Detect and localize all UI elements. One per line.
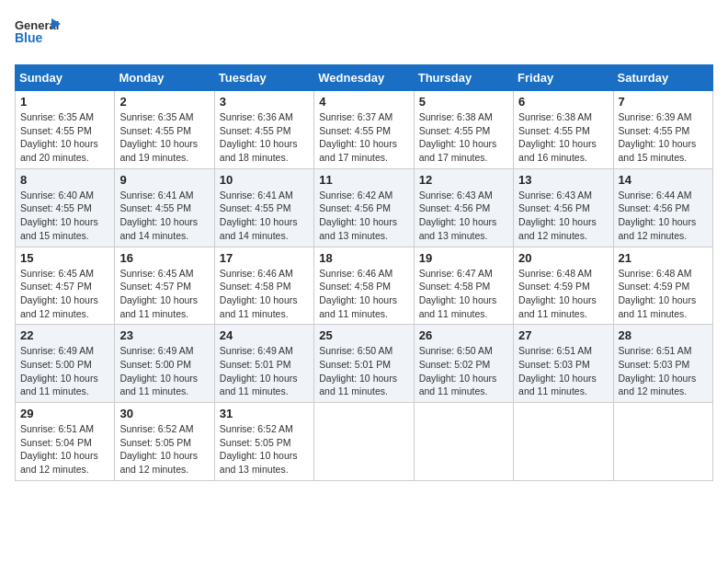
day-number: 15 [20,251,109,265]
day-number: 30 [119,407,209,420]
day-info: Sunrise: 6:52 AMSunset: 5:05 PMDaylight:… [119,422,209,477]
calendar-day-header: Monday [115,65,214,91]
calendar-week-row: 29Sunrise: 6:51 AMSunset: 5:04 PMDayligh… [16,403,713,481]
day-info: Sunrise: 6:42 AMSunset: 4:56 PMDaylight:… [319,189,408,243]
day-info: Sunrise: 6:50 AMSunset: 5:02 PMDaylight:… [419,344,508,398]
day-info: Sunrise: 6:36 AMSunset: 4:55 PMDaylight:… [220,110,309,165]
calendar-day-cell: 22Sunrise: 6:49 AMSunset: 5:00 PMDayligh… [16,325,115,403]
calendar-day-header: Saturday [613,65,712,91]
day-number: 31 [220,407,309,420]
day-number: 22 [20,328,109,342]
day-number: 17 [220,251,309,265]
day-number: 13 [518,173,608,187]
calendar-day-cell: 12Sunrise: 6:43 AMSunset: 4:56 PMDayligh… [414,168,513,247]
day-number: 5 [419,95,508,109]
calendar-day-cell: 7Sunrise: 6:39 AMSunset: 4:55 PMDaylight… [613,91,712,169]
calendar-day-cell: 11Sunrise: 6:42 AMSunset: 4:56 PMDayligh… [314,168,414,247]
day-number: 3 [220,95,309,109]
day-info: Sunrise: 6:50 AMSunset: 5:01 PMDaylight:… [319,344,408,398]
calendar-day-cell [414,403,513,481]
calendar-day-cell: 3Sunrise: 6:36 AMSunset: 4:55 PMDaylight… [214,91,313,169]
day-number: 12 [419,173,508,187]
day-info: Sunrise: 6:47 AMSunset: 4:58 PMDaylight:… [419,267,508,321]
day-info: Sunrise: 6:39 AMSunset: 4:55 PMDaylight:… [619,110,708,165]
day-number: 11 [319,173,408,187]
day-number: 4 [319,95,408,109]
day-info: Sunrise: 6:51 AMSunset: 5:03 PMDaylight:… [518,344,608,398]
calendar-day-cell: 2Sunrise: 6:35 AMSunset: 4:55 PMDaylight… [115,91,214,169]
calendar-day-cell: 21Sunrise: 6:48 AMSunset: 4:59 PMDayligh… [613,247,712,325]
day-number: 27 [518,328,608,342]
day-number: 21 [619,251,708,265]
calendar-day-cell: 29Sunrise: 6:51 AMSunset: 5:04 PMDayligh… [16,403,115,481]
day-number: 10 [220,173,309,187]
day-info: Sunrise: 6:43 AMSunset: 4:56 PMDaylight:… [419,189,508,243]
calendar-day-cell [514,403,613,481]
day-number: 2 [119,95,209,109]
day-info: Sunrise: 6:49 AMSunset: 5:00 PMDaylight:… [119,344,209,398]
day-info: Sunrise: 6:46 AMSunset: 4:58 PMDaylight:… [220,267,309,321]
day-number: 23 [119,328,209,342]
day-number: 29 [20,407,109,420]
calendar-day-header: Wednesday [314,65,414,91]
day-number: 14 [619,173,708,187]
calendar-day-header: Thursday [414,65,513,91]
day-info: Sunrise: 6:49 AMSunset: 5:01 PMDaylight:… [220,344,309,398]
day-info: Sunrise: 6:48 AMSunset: 4:59 PMDaylight:… [619,267,708,321]
calendar-day-cell: 30Sunrise: 6:52 AMSunset: 5:05 PMDayligh… [115,403,214,481]
calendar-day-header: Sunday [16,65,115,91]
page-header: General Blue [15,15,713,53]
day-info: Sunrise: 6:46 AMSunset: 4:58 PMDaylight:… [319,267,408,321]
day-info: Sunrise: 6:38 AMSunset: 4:55 PMDaylight:… [419,110,508,165]
calendar-day-header: Friday [514,65,613,91]
day-info: Sunrise: 6:40 AMSunset: 4:55 PMDaylight:… [20,189,109,243]
day-number: 8 [20,173,109,187]
day-number: 24 [220,328,309,342]
day-info: Sunrise: 6:45 AMSunset: 4:57 PMDaylight:… [119,267,209,321]
calendar-day-cell: 9Sunrise: 6:41 AMSunset: 4:55 PMDaylight… [115,168,214,247]
day-info: Sunrise: 6:38 AMSunset: 4:55 PMDaylight:… [518,110,608,165]
calendar-day-cell: 17Sunrise: 6:46 AMSunset: 4:58 PMDayligh… [214,247,313,325]
calendar-day-cell: 27Sunrise: 6:51 AMSunset: 5:03 PMDayligh… [514,325,613,403]
day-info: Sunrise: 6:49 AMSunset: 5:00 PMDaylight:… [20,344,109,398]
day-number: 19 [419,251,508,265]
calendar-table: SundayMondayTuesdayWednesdayThursdayFrid… [15,64,713,481]
day-info: Sunrise: 6:44 AMSunset: 4:56 PMDaylight:… [619,189,708,243]
logo: General Blue [15,15,63,53]
calendar-day-cell: 25Sunrise: 6:50 AMSunset: 5:01 PMDayligh… [314,325,414,403]
calendar-day-cell: 8Sunrise: 6:40 AMSunset: 4:55 PMDaylight… [16,168,115,247]
day-number: 7 [619,95,708,109]
calendar-day-cell: 20Sunrise: 6:48 AMSunset: 4:59 PMDayligh… [514,247,613,325]
day-info: Sunrise: 6:35 AMSunset: 4:55 PMDaylight:… [20,110,109,165]
logo-svg: General Blue [15,15,63,53]
calendar-day-cell: 28Sunrise: 6:51 AMSunset: 5:03 PMDayligh… [613,325,712,403]
calendar-week-row: 15Sunrise: 6:45 AMSunset: 4:57 PMDayligh… [16,247,713,325]
calendar-week-row: 1Sunrise: 6:35 AMSunset: 4:55 PMDaylight… [16,91,713,169]
calendar-day-cell [613,403,712,481]
calendar-day-cell: 19Sunrise: 6:47 AMSunset: 4:58 PMDayligh… [414,247,513,325]
calendar-day-cell: 13Sunrise: 6:43 AMSunset: 4:56 PMDayligh… [514,168,613,247]
day-info: Sunrise: 6:41 AMSunset: 4:55 PMDaylight:… [119,189,209,243]
day-info: Sunrise: 6:43 AMSunset: 4:56 PMDaylight:… [518,189,608,243]
calendar-day-cell: 10Sunrise: 6:41 AMSunset: 4:55 PMDayligh… [214,168,313,247]
calendar-day-cell [314,403,414,481]
calendar-day-header: Tuesday [214,65,313,91]
day-info: Sunrise: 6:37 AMSunset: 4:55 PMDaylight:… [319,110,408,165]
day-info: Sunrise: 6:52 AMSunset: 5:05 PMDaylight:… [220,422,309,477]
calendar-week-row: 8Sunrise: 6:40 AMSunset: 4:55 PMDaylight… [16,168,713,247]
day-info: Sunrise: 6:48 AMSunset: 4:59 PMDaylight:… [518,267,608,321]
day-number: 25 [319,328,408,342]
calendar-day-cell: 31Sunrise: 6:52 AMSunset: 5:05 PMDayligh… [214,403,313,481]
day-number: 18 [319,251,408,265]
calendar-day-cell: 26Sunrise: 6:50 AMSunset: 5:02 PMDayligh… [414,325,513,403]
calendar-week-row: 22Sunrise: 6:49 AMSunset: 5:00 PMDayligh… [16,325,713,403]
day-number: 20 [518,251,608,265]
calendar-day-cell: 6Sunrise: 6:38 AMSunset: 4:55 PMDaylight… [514,91,613,169]
day-info: Sunrise: 6:51 AMSunset: 5:04 PMDaylight:… [20,422,109,477]
calendar-day-cell: 5Sunrise: 6:38 AMSunset: 4:55 PMDaylight… [414,91,513,169]
day-number: 1 [20,95,109,109]
day-number: 9 [119,173,209,187]
calendar-day-cell: 15Sunrise: 6:45 AMSunset: 4:57 PMDayligh… [16,247,115,325]
day-number: 28 [619,328,708,342]
day-number: 16 [119,251,209,265]
